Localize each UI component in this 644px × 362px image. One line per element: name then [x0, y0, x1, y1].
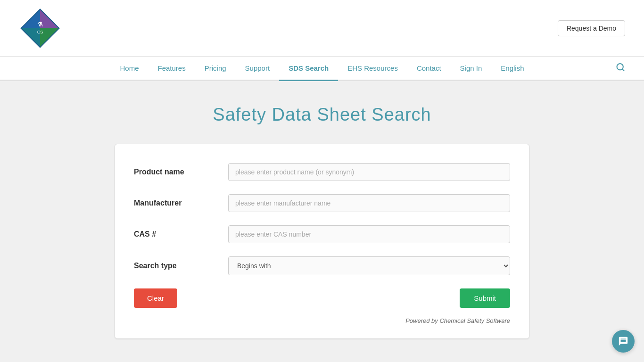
nav-item-pricing[interactable]: Pricing	[195, 57, 236, 80]
nav-link-sds-search[interactable]: SDS Search	[279, 57, 338, 81]
nav-link-features[interactable]: Features	[149, 57, 195, 80]
nav-item-features[interactable]: Features	[149, 57, 195, 80]
nav-item-sds-search[interactable]: SDS Search	[279, 57, 338, 80]
nav-link-home[interactable]: Home	[111, 57, 149, 80]
search-type-select[interactable]: Begins with Contains Exact match	[228, 256, 510, 275]
site-header: ⚗ CS Request a Demo	[0, 0, 644, 57]
search-form-card: Product name Manufacturer CAS # Search t…	[115, 144, 529, 339]
chat-bubble[interactable]	[612, 330, 635, 353]
logo-icon: ⚗ CS	[19, 7, 61, 49]
nav-item-sign-in[interactable]: Sign In	[451, 57, 492, 80]
product-name-label: Product name	[134, 168, 228, 176]
nav-items: Home Features Pricing Support SDS Search…	[111, 57, 534, 80]
cas-row: CAS #	[134, 225, 510, 243]
nav-link-contact[interactable]: Contact	[407, 57, 451, 80]
search-type-label: Search type	[134, 262, 228, 270]
cas-label: CAS #	[134, 230, 228, 239]
form-actions: Clear Submit	[134, 288, 510, 308]
submit-button[interactable]: Submit	[460, 288, 510, 308]
nav-link-pricing[interactable]: Pricing	[195, 57, 236, 80]
nav-item-home[interactable]: Home	[111, 57, 149, 80]
search-icon[interactable]	[616, 62, 625, 74]
manufacturer-label: Manufacturer	[134, 199, 228, 207]
nav-item-contact[interactable]: Contact	[407, 57, 451, 80]
search-type-row: Search type Begins with Contains Exact m…	[134, 256, 510, 275]
nav-link-english[interactable]: English	[491, 57, 533, 80]
nav-item-ehs-resources[interactable]: EHS Resources	[338, 57, 407, 80]
cas-input[interactable]	[228, 225, 510, 243]
chat-icon	[618, 336, 628, 346]
svg-text:⚗: ⚗	[37, 21, 43, 27]
clear-button[interactable]: Clear	[134, 288, 177, 308]
product-name-row: Product name	[134, 163, 510, 181]
manufacturer-row: Manufacturer	[134, 194, 510, 212]
logo[interactable]: ⚗ CS	[19, 7, 61, 49]
svg-text:CS: CS	[37, 29, 43, 34]
page-title: Safety Data Sheet Search	[213, 105, 431, 125]
manufacturer-input[interactable]	[228, 194, 510, 212]
nav-link-support[interactable]: Support	[236, 57, 280, 80]
svg-line-8	[622, 69, 624, 71]
nav-item-support[interactable]: Support	[236, 57, 280, 80]
main-content: Safety Data Sheet Search Product name Ma…	[0, 81, 644, 362]
nav-link-ehs-resources[interactable]: EHS Resources	[338, 57, 407, 80]
nav-link-sign-in[interactable]: Sign In	[451, 57, 492, 80]
powered-by-text: Powered by Chemical Safety Software	[134, 317, 510, 324]
product-name-input[interactable]	[228, 163, 510, 181]
request-demo-button[interactable]: Request a Demo	[558, 20, 625, 36]
nav-item-english[interactable]: English	[491, 57, 533, 80]
main-nav: Home Features Pricing Support SDS Search…	[0, 57, 644, 81]
